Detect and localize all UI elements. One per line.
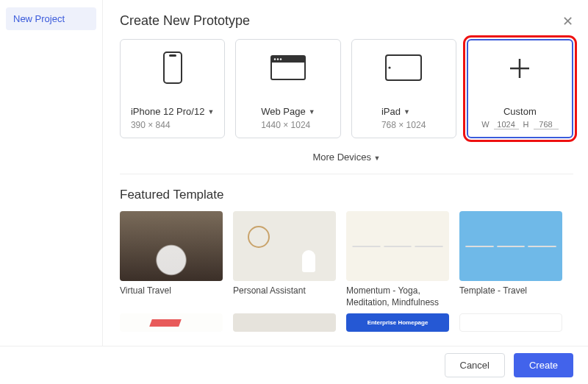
device-label: iPhone 12 Pro/12 <box>131 106 204 117</box>
close-icon[interactable]: ✕ <box>562 15 573 28</box>
svg-point-5 <box>277 58 279 60</box>
device-dimensions: 768 × 1024 <box>381 120 426 130</box>
page-title: Create New Prototype <box>120 13 250 29</box>
cancel-button[interactable]: Cancel <box>445 353 505 377</box>
phone-icon <box>163 50 182 85</box>
footer: Cancel Create <box>0 346 588 384</box>
device-label: Web Page <box>261 106 305 117</box>
sidebar-item-new-project[interactable]: New Project <box>6 7 96 30</box>
svg-point-8 <box>389 66 391 68</box>
template-personal-assistant[interactable]: Personal Assistant <box>233 211 336 307</box>
device-dimensions: 1440 × 1024 <box>261 120 315 130</box>
svg-rect-7 <box>386 55 421 80</box>
featured-template-title: Featured Template <box>120 188 573 202</box>
device-card-custom[interactable]: Custom W H <box>467 39 573 138</box>
template-item[interactable] <box>459 313 562 332</box>
template-row-partial: Enterprise Homepage <box>120 313 573 332</box>
template-item[interactable] <box>233 313 336 332</box>
device-label: Custom <box>503 106 537 117</box>
sidebar: New Project <box>0 0 103 384</box>
template-travel[interactable]: Template - Travel <box>459 211 562 307</box>
chevron-down-icon: ▼ <box>309 108 315 115</box>
template-thumbnail: Enterprise Homepage <box>346 313 449 332</box>
template-label: Momentum - Yoga, Meditation, Mindfulness <box>346 285 449 307</box>
device-card-ipad[interactable]: iPad▼ 768 × 1024 <box>351 39 456 138</box>
main-panel: Create New Prototype ✕ iPhone 12 Pro/12▼… <box>114 0 588 384</box>
svg-point-6 <box>280 58 282 60</box>
width-prefix: W <box>481 120 489 129</box>
device-grid: iPhone 12 Pro/12▼ 390 × 844 Web Page▼ 14… <box>120 39 573 138</box>
template-label: Personal Assistant <box>233 285 336 307</box>
template-thumbnail <box>233 313 336 332</box>
height-prefix: H <box>523 120 529 129</box>
plus-icon <box>507 51 532 86</box>
template-label: Virtual Travel <box>120 285 223 307</box>
template-thumbnail <box>346 211 449 281</box>
template-thumbnail <box>459 313 562 332</box>
divider <box>120 174 573 174</box>
custom-height-input[interactable] <box>534 120 559 129</box>
template-label: Template - Travel <box>459 285 562 307</box>
template-thumbnail <box>120 211 223 281</box>
device-dimensions: 390 × 844 <box>131 120 214 130</box>
template-row: Virtual Travel Personal Assistant Moment… <box>120 211 573 307</box>
template-thumbnail <box>120 313 223 332</box>
template-momentum[interactable]: Momentum - Yoga, Meditation, Mindfulness <box>346 211 449 307</box>
template-thumbnail <box>233 211 336 281</box>
device-label: iPad <box>381 106 401 117</box>
device-card-webpage[interactable]: Web Page▼ 1440 × 1024 <box>235 39 340 138</box>
create-button[interactable]: Create <box>514 353 573 377</box>
chevron-down-icon: ▼ <box>404 108 410 115</box>
svg-point-4 <box>274 58 276 60</box>
template-thumbnail <box>459 211 562 281</box>
custom-width-input[interactable] <box>494 120 519 129</box>
chevron-down-icon: ▼ <box>374 154 381 162</box>
chevron-down-icon: ▼ <box>207 108 214 115</box>
template-enterprise-homepage[interactable]: Enterprise Homepage <box>346 313 449 332</box>
browser-icon <box>270 50 306 85</box>
svg-rect-3 <box>271 56 305 63</box>
template-item[interactable] <box>120 313 223 332</box>
svg-rect-0 <box>164 52 182 83</box>
tablet-icon <box>385 50 422 85</box>
device-card-iphone[interactable]: iPhone 12 Pro/12▼ 390 × 844 <box>120 39 225 138</box>
more-devices-toggle[interactable]: More Devices ▼ <box>120 147 573 174</box>
template-virtual-travel[interactable]: Virtual Travel <box>120 211 223 307</box>
svg-rect-1 <box>169 54 176 57</box>
